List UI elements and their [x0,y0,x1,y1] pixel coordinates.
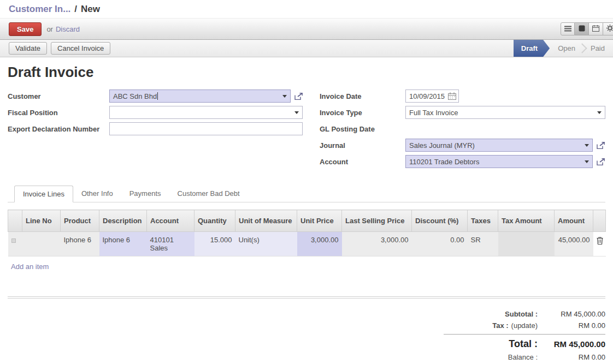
column-header-line-no[interactable]: Line No [22,210,61,232]
tab-other-info[interactable]: Other Info [73,186,121,202]
column-header-quantity[interactable]: Quantity [194,210,235,232]
breadcrumb-parent-link[interactable]: Customer In... [9,4,70,15]
account-external-link-icon[interactable] [597,158,605,165]
invoice-type-select[interactable]: Full Tax Invoice [405,106,605,119]
account-field[interactable]: 110201 Trade Debtors [405,155,593,168]
calendar-view-icon [592,25,599,33]
delete-column-header [593,210,606,232]
dropdown-caret-icon [585,160,589,163]
discard-link[interactable]: Discard [56,25,80,33]
row-handle-cell [8,232,22,256]
column-header-tax-amount[interactable]: Tax Amount [498,210,555,232]
view-switcher [561,22,613,35]
section-divider [8,296,605,299]
column-header-account[interactable]: Account [147,210,194,232]
handle-column-header [8,210,22,232]
cell-last-selling-price[interactable]: 3,000.00 [342,232,412,256]
cell-product[interactable]: Iphone 6 [61,232,99,256]
subtotal-label: Subtotal : [505,310,538,318]
tax-value: RM 0.00 [538,321,605,330]
tax-update-link[interactable]: (update) [511,321,538,330]
tab-invoice-lines[interactable]: Invoice Lines [14,186,73,202]
tab-payments[interactable]: Payments [121,186,169,202]
totals-divider [444,334,605,335]
table-header-row: Line No Product Description Account Quan… [8,210,606,232]
customer-value: ABC Sdn Bhd [113,92,157,100]
total-value: RM 45,000.00 [538,339,605,349]
cell-amount: 45,000.00 [555,232,593,256]
customer-field[interactable]: ABC Sdn Bhd [109,89,291,103]
trash-icon[interactable] [597,238,603,246]
save-button[interactable]: Save [9,22,42,36]
journal-value: Sales Journal (MYR) [409,141,475,150]
total-label: Total : [509,338,538,350]
column-header-discount[interactable]: Discount (%) [412,210,468,232]
column-header-unit-price[interactable]: Unit Price [297,210,342,232]
add-an-item-link[interactable]: Add an item [11,262,49,271]
gear-view-button[interactable] [603,22,613,35]
list-view-button[interactable] [561,22,575,35]
validate-button[interactable]: Validate [9,42,47,55]
invoice-date-label: Invoice Date [320,92,405,100]
column-header-uom[interactable]: Unit of Measure [235,210,297,232]
breadcrumb-separator: / [74,4,77,15]
invoice-lines-table: Line No Product Description Account Quan… [8,210,606,256]
dropdown-caret-icon [597,111,602,114]
column-header-amount[interactable]: Amount [555,210,593,232]
list-view-icon [564,25,571,33]
cancel-invoice-button[interactable]: Cancel Invoice [51,42,110,55]
cell-quantity[interactable]: 15.000 [194,232,235,256]
tab-customer-bad-debt[interactable]: Customer Bad Debt [169,186,248,202]
export-declaration-input[interactable] [109,122,303,135]
cell-taxes[interactable]: SR [468,232,498,256]
form-area: Customer ABC Sdn Bhd Fiscal Position [8,89,605,171]
export-declaration-label: Export Declaration Number [8,125,109,133]
or-text: or [46,25,53,33]
breadcrumb: Customer In... / New [0,0,613,18]
column-header-taxes[interactable]: Taxes [468,210,498,232]
action-bar: Validate Cancel Invoice Draft Open Paid [0,40,613,57]
form-view-icon [579,25,585,33]
cell-account[interactable]: 410101 Sales [147,232,194,256]
fiscal-position-label: Fiscal Position [8,109,109,117]
invoice-type-label: Invoice Type [320,109,405,117]
journal-field[interactable]: Sales Journal (MYR) [405,139,593,152]
tax-label: Tax : [492,321,508,330]
account-value: 110201 Trade Debtors [409,158,479,166]
column-header-last-selling-price[interactable]: Last Selling Price [342,210,412,232]
dropdown-caret-icon [282,95,287,98]
subtotal-value: RM 45,000.00 [538,310,605,318]
calendar-view-button[interactable] [589,22,603,35]
totals-block: Subtotal : RM 45,000.00 Tax : (update) R… [444,308,605,363]
column-header-description[interactable]: Description [99,210,147,232]
cell-line-no[interactable] [22,232,61,256]
invoice-date-field[interactable]: 10/09/2015 [405,89,459,103]
save-toolbar: Save or Discard [0,18,613,40]
cell-discount[interactable]: 0.00 [412,232,468,256]
breadcrumb-current: New [81,4,100,15]
form-view-button[interactable] [575,22,589,35]
cell-tax-amount [498,232,555,256]
page-title: Draft Invoice [8,64,605,81]
fiscal-position-field[interactable] [109,106,303,119]
cell-uom[interactable]: Unit(s) [235,232,297,256]
status-draft[interactable]: Draft [514,40,550,57]
cell-description[interactable]: Iphone 6 [99,232,147,256]
cell-unit-price[interactable]: 3,000.00 [297,232,342,256]
dropdown-caret-icon [294,111,299,114]
account-label: Account [320,158,405,166]
gear-icon [606,25,613,33]
drag-handle-icon[interactable] [11,238,16,243]
customer-external-link-icon[interactable] [294,93,303,100]
text-cursor [157,92,158,100]
table-row: Iphone 6 Iphone 6 410101 Sales 15.000 Un… [8,232,606,256]
invoice-sheet: Draft Invoice Customer ABC Sdn Bhd Fisca… [0,64,613,363]
gl-posting-date-label: GL Posting Date [320,125,405,133]
form-left-column: Customer ABC Sdn Bhd Fiscal Position [8,89,320,171]
journal-external-link-icon[interactable] [597,142,605,149]
calendar-icon[interactable] [448,92,456,102]
form-right-column: Invoice Date 10/09/2015 Invoice Type Ful… [320,89,605,171]
column-header-product[interactable]: Product [61,210,99,232]
row-delete-cell [593,232,606,256]
invoice-type-value: Full Tax Invoice [409,109,458,117]
